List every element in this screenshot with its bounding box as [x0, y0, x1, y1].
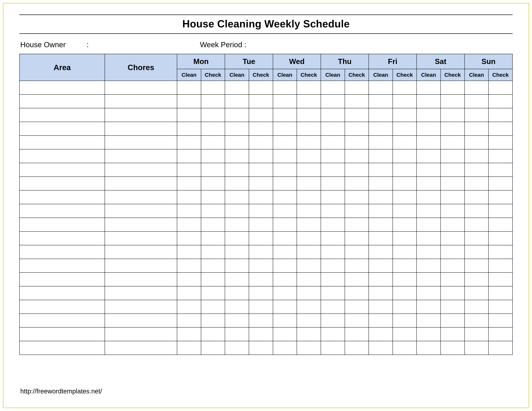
cell-day[interactable] [417, 136, 441, 149]
cell-day[interactable] [273, 327, 297, 341]
cell-day[interactable] [201, 136, 225, 149]
cell-day[interactable] [177, 300, 201, 314]
cell-area[interactable] [19, 149, 105, 163]
cell-day[interactable] [488, 300, 513, 314]
cell-day[interactable] [465, 341, 489, 355]
cell-day[interactable] [201, 81, 225, 94]
cell-day[interactable] [201, 149, 225, 163]
cell-day[interactable] [297, 163, 321, 177]
cell-area[interactable] [19, 218, 105, 232]
cell-day[interactable] [249, 218, 273, 232]
cell-day[interactable] [369, 300, 393, 314]
cell-day[interactable] [249, 149, 273, 163]
cell-day[interactable] [465, 218, 489, 232]
cell-day[interactable] [488, 149, 513, 163]
cell-day[interactable] [417, 108, 441, 122]
cell-day[interactable] [369, 163, 393, 177]
cell-day[interactable] [441, 190, 465, 204]
cell-day[interactable] [201, 163, 225, 177]
cell-day[interactable] [273, 81, 297, 94]
cell-day[interactable] [201, 259, 225, 272]
cell-day[interactable] [201, 190, 225, 204]
cell-day[interactable] [369, 94, 393, 108]
cell-day[interactable] [321, 327, 345, 341]
cell-day[interactable] [441, 94, 465, 108]
cell-day[interactable] [321, 218, 345, 232]
cell-day[interactable] [488, 259, 513, 272]
cell-day[interactable] [369, 245, 393, 259]
cell-day[interactable] [297, 108, 321, 122]
cell-day[interactable] [249, 300, 273, 314]
cell-day[interactable] [273, 149, 297, 163]
cell-day[interactable] [345, 163, 369, 177]
cell-day[interactable] [297, 94, 321, 108]
cell-day[interactable] [297, 218, 321, 232]
cell-day[interactable] [393, 81, 417, 94]
cell-day[interactable] [465, 314, 489, 327]
cell-day[interactable] [273, 259, 297, 272]
cell-area[interactable] [19, 108, 105, 122]
cell-day[interactable] [225, 218, 249, 232]
cell-day[interactable] [441, 149, 465, 163]
cell-day[interactable] [273, 122, 297, 136]
cell-day[interactable] [369, 204, 393, 218]
cell-day[interactable] [297, 149, 321, 163]
cell-day[interactable] [369, 272, 393, 286]
cell-day[interactable] [201, 232, 225, 245]
cell-day[interactable] [488, 204, 513, 218]
cell-day[interactable] [441, 327, 465, 341]
cell-day[interactable] [177, 81, 201, 94]
cell-day[interactable] [417, 218, 441, 232]
cell-day[interactable] [225, 190, 249, 204]
cell-day[interactable] [177, 94, 201, 108]
cell-day[interactable] [177, 259, 201, 272]
cell-day[interactable] [321, 232, 345, 245]
cell-chores[interactable] [105, 190, 177, 204]
cell-chores[interactable] [105, 314, 177, 327]
cell-area[interactable] [19, 122, 105, 136]
cell-day[interactable] [393, 272, 417, 286]
cell-day[interactable] [417, 341, 441, 355]
cell-day[interactable] [177, 177, 201, 190]
cell-day[interactable] [321, 94, 345, 108]
cell-chores[interactable] [105, 327, 177, 341]
cell-day[interactable] [273, 108, 297, 122]
cell-day[interactable] [417, 122, 441, 136]
cell-day[interactable] [249, 177, 273, 190]
cell-day[interactable] [225, 327, 249, 341]
cell-day[interactable] [177, 163, 201, 177]
cell-area[interactable] [19, 81, 105, 94]
cell-day[interactable] [369, 327, 393, 341]
cell-day[interactable] [297, 314, 321, 327]
cell-day[interactable] [321, 81, 345, 94]
cell-day[interactable] [417, 163, 441, 177]
cell-day[interactable] [488, 341, 513, 355]
cell-day[interactable] [465, 245, 489, 259]
cell-day[interactable] [417, 245, 441, 259]
cell-day[interactable] [201, 218, 225, 232]
cell-day[interactable] [225, 177, 249, 190]
cell-day[interactable] [201, 272, 225, 286]
cell-day[interactable] [297, 177, 321, 190]
cell-day[interactable] [201, 341, 225, 355]
cell-chores[interactable] [105, 81, 177, 94]
cell-day[interactable] [201, 314, 225, 327]
cell-chores[interactable] [105, 94, 177, 108]
cell-day[interactable] [488, 177, 513, 190]
cell-day[interactable] [488, 327, 513, 341]
cell-day[interactable] [369, 149, 393, 163]
cell-day[interactable] [297, 259, 321, 272]
cell-day[interactable] [465, 190, 489, 204]
cell-chores[interactable] [105, 300, 177, 314]
cell-chores[interactable] [105, 232, 177, 245]
cell-day[interactable] [321, 286, 345, 300]
cell-day[interactable] [297, 204, 321, 218]
cell-day[interactable] [297, 122, 321, 136]
cell-day[interactable] [369, 122, 393, 136]
cell-day[interactable] [441, 232, 465, 245]
cell-area[interactable] [19, 327, 105, 341]
cell-day[interactable] [369, 136, 393, 149]
cell-day[interactable] [417, 190, 441, 204]
cell-chores[interactable] [105, 108, 177, 122]
cell-day[interactable] [393, 136, 417, 149]
